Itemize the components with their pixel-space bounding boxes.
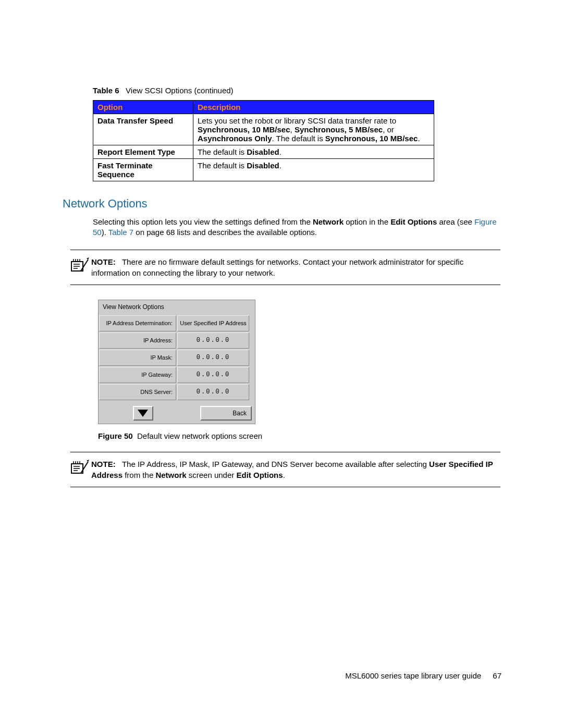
view-network-options-panel: View Network Options IP Address Determin… bbox=[98, 300, 255, 424]
field-label-ip-gateway: IP Gateway: bbox=[99, 367, 176, 383]
section-heading-network-options: Network Options bbox=[63, 197, 500, 211]
option-desc: The default is Disabled. bbox=[193, 159, 434, 181]
network-options-paragraph: Selecting this option lets you view the … bbox=[93, 217, 500, 238]
field-label-ip-address: IP Address: bbox=[99, 332, 176, 349]
back-button[interactable]: Back bbox=[200, 406, 252, 421]
field-label-ip-determination: IP Address Determination: bbox=[99, 315, 176, 331]
field-value-ip-determination: User Specified IP Address bbox=[177, 315, 249, 331]
figure50-label: Figure 50 bbox=[98, 431, 133, 440]
scsi-options-table: Option Description Data Transfer Speed L… bbox=[93, 100, 434, 181]
field-label-dns-server: DNS Server: bbox=[99, 384, 176, 400]
panel-grid: IP Address Determination: User Specified… bbox=[99, 315, 255, 404]
col-option: Option bbox=[93, 101, 193, 114]
table6-label: Table 6 bbox=[93, 86, 119, 95]
note-block-2: NOTE: The IP Address, IP Mask, IP Gatewa… bbox=[70, 459, 500, 480]
link-table-7[interactable]: Table 7 bbox=[108, 228, 133, 237]
option-name: Data Transfer Speed bbox=[93, 114, 193, 145]
divider bbox=[70, 487, 500, 487]
note-text: NOTE: The IP Address, IP Mask, IP Gatewa… bbox=[91, 459, 500, 480]
page: Table 6 View SCSI Options (continued) Op… bbox=[0, 0, 563, 728]
table-header-row: Option Description bbox=[93, 101, 434, 114]
note-icon bbox=[70, 256, 91, 275]
table-row: Fast Terminate Sequence The default is D… bbox=[93, 159, 434, 181]
scroll-down-button[interactable] bbox=[133, 406, 153, 421]
table-row: Report Element Type The default is Disab… bbox=[93, 145, 434, 159]
table6-caption: Table 6 View SCSI Options (continued) bbox=[93, 86, 500, 95]
option-name: Fast Terminate Sequence bbox=[93, 159, 193, 181]
down-triangle-icon bbox=[138, 410, 148, 417]
field-value-ip-mask: 0.0.0.0 bbox=[177, 350, 249, 366]
note-text: NOTE: There are no firmware default sett… bbox=[91, 256, 500, 278]
svg-marker-15 bbox=[87, 460, 89, 462]
svg-marker-5 bbox=[87, 257, 89, 260]
panel-title: View Network Options bbox=[99, 300, 255, 315]
panel-buttons: Back bbox=[99, 404, 255, 424]
option-name: Report Element Type bbox=[93, 145, 193, 159]
field-value-ip-gateway: 0.0.0.0 bbox=[177, 367, 249, 383]
page-number: 67 bbox=[493, 671, 501, 680]
divider bbox=[70, 285, 500, 285]
divider bbox=[70, 452, 500, 452]
option-desc: The default is Disabled. bbox=[193, 145, 434, 159]
col-description: Description bbox=[193, 101, 434, 114]
option-desc: Lets you set the robot or library SCSI d… bbox=[193, 114, 434, 145]
note-icon bbox=[70, 459, 91, 477]
field-value-ip-address: 0.0.0.0 bbox=[177, 332, 249, 349]
field-label-ip-mask: IP Mask: bbox=[99, 350, 176, 366]
figure50-caption: Figure 50 Default view network options s… bbox=[98, 431, 500, 440]
page-footer: MSL6000 series tape library user guide 6… bbox=[345, 671, 501, 680]
figure50-caption-text: Default view network options screen bbox=[137, 431, 262, 440]
table-row: Data Transfer Speed Lets you set the rob… bbox=[93, 114, 434, 145]
footer-title: MSL6000 series tape library user guide bbox=[345, 671, 481, 680]
note-block-1: NOTE: There are no firmware default sett… bbox=[70, 256, 500, 278]
divider bbox=[70, 250, 500, 250]
table6-caption-text: View SCSI Options (continued) bbox=[126, 86, 234, 95]
field-value-dns-server: 0.0.0.0 bbox=[177, 384, 249, 400]
